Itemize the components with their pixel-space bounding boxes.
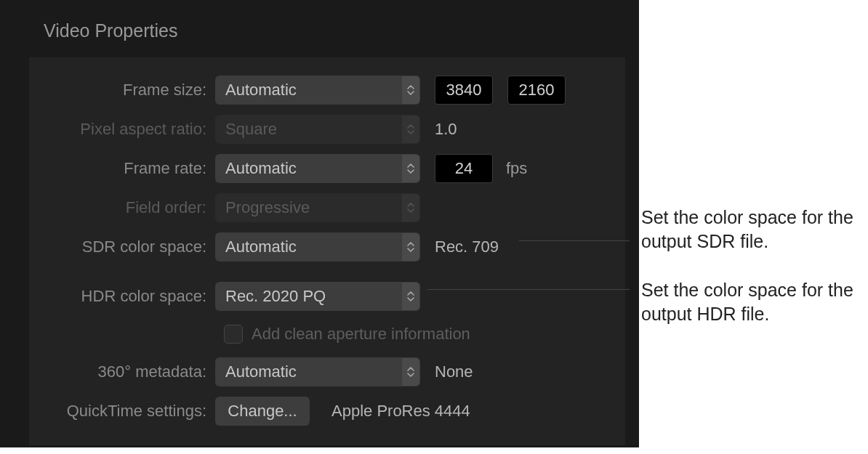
updown-icon xyxy=(402,233,419,261)
meta360-label: 360° metadata: xyxy=(36,362,215,381)
hdr-popup-value: Rec. 2020 PQ xyxy=(225,287,326,306)
sdr-color-space-row: SDR color space: Automatic Rec. 709 xyxy=(36,227,611,267)
hdr-popup[interactable]: Rec. 2020 PQ xyxy=(215,282,420,311)
frame-rate-popup-value: Automatic xyxy=(225,159,297,178)
par-popup-value: Square xyxy=(225,120,277,139)
par-popup: Square xyxy=(215,115,420,144)
frame-rate-row: Frame rate: Automatic 24 fps xyxy=(36,149,611,188)
meta360-value: None xyxy=(435,362,473,381)
sdr-value: Rec. 709 xyxy=(435,238,499,256)
section-title: Video Properties xyxy=(44,20,617,41)
hdr-callout: Set the color space for the output HDR f… xyxy=(641,278,867,325)
field-order-popup: Progressive xyxy=(215,193,420,222)
field-order-popup-value: Progressive xyxy=(225,198,310,217)
meta360-popup[interactable]: Automatic xyxy=(215,357,420,386)
clean-aperture-row: Add clean aperture information xyxy=(36,316,611,352)
qt-change-button[interactable]: Change... xyxy=(215,397,310,426)
frame-size-row: Frame size: Automatic 3840 2160 xyxy=(36,70,611,110)
properties-box: Frame size: Automatic 3840 2160 Pixel as… xyxy=(29,57,625,445)
meta360-popup-value: Automatic xyxy=(225,362,297,381)
qt-codec: Apple ProRes 4444 xyxy=(331,402,470,421)
par-value: 1.0 xyxy=(435,120,457,139)
leader-line xyxy=(519,240,630,241)
leader-line xyxy=(427,289,630,290)
hdr-label: HDR color space: xyxy=(36,287,215,306)
clean-aperture-label: Add clean aperture information xyxy=(252,325,470,344)
frame-height-field[interactable]: 2160 xyxy=(507,76,566,105)
updown-icon xyxy=(402,194,419,222)
sdr-callout: Set the color space for the output SDR f… xyxy=(641,206,867,253)
par-label: Pixel aspect ratio: xyxy=(36,120,215,139)
field-order-label: Field order: xyxy=(36,198,215,217)
frame-width-field[interactable]: 3840 xyxy=(435,76,493,105)
sdr-label: SDR color space: xyxy=(36,238,215,256)
updown-icon xyxy=(402,115,419,143)
frame-size-label: Frame size: xyxy=(36,81,215,100)
frame-rate-label: Frame rate: xyxy=(36,159,215,178)
sdr-popup[interactable]: Automatic xyxy=(215,232,420,262)
frame-rate-popup[interactable]: Automatic xyxy=(215,154,420,183)
frame-size-popup-value: Automatic xyxy=(225,81,297,100)
qt-label: QuickTime settings: xyxy=(36,402,215,421)
field-order-row: Field order: Progressive xyxy=(36,188,611,227)
video-properties-panel: Video Properties Frame size: Automatic 3… xyxy=(0,0,639,447)
updown-icon xyxy=(402,358,419,386)
updown-icon xyxy=(402,155,419,182)
fps-unit: fps xyxy=(506,159,527,178)
frame-size-popup[interactable]: Automatic xyxy=(215,76,420,105)
sdr-popup-value: Automatic xyxy=(225,238,297,256)
hdr-color-space-row: HDR color space: Rec. 2020 PQ xyxy=(36,277,611,316)
frame-rate-field[interactable]: 24 xyxy=(435,154,493,183)
meta360-row: 360° metadata: Automatic None xyxy=(36,352,611,392)
pixel-aspect-row: Pixel aspect ratio: Square 1.0 xyxy=(36,110,611,149)
clean-aperture-checkbox[interactable] xyxy=(224,325,243,344)
quicktime-row: QuickTime settings: Change... Apple ProR… xyxy=(36,392,611,431)
updown-icon xyxy=(402,283,419,310)
updown-icon xyxy=(402,76,419,104)
